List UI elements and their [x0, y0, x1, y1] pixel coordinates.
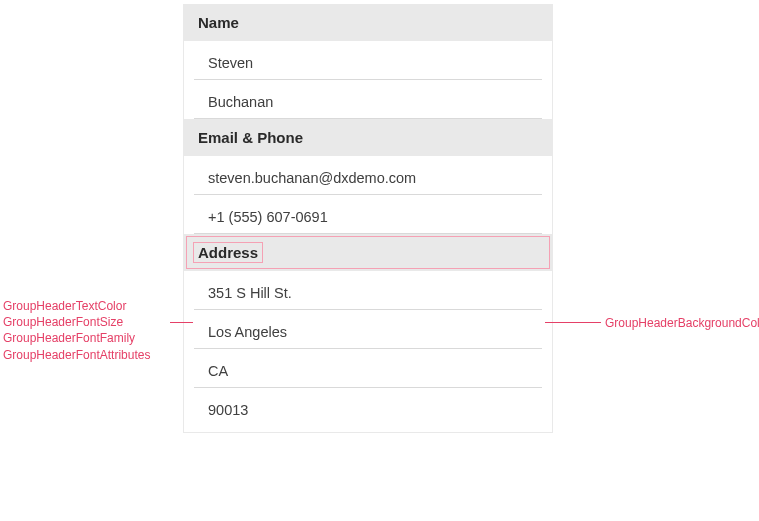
- group-header-name-label: Name: [198, 14, 239, 31]
- callout-font-size: GroupHeaderFontSize: [3, 314, 150, 330]
- address-state-row[interactable]: CA: [194, 349, 542, 388]
- name-first-row[interactable]: Steven: [194, 41, 542, 80]
- group-header-contact: Email & Phone: [184, 119, 552, 156]
- email-row[interactable]: steven.buchanan@dxdemo.com: [194, 156, 542, 195]
- group-header-address-label: Address: [193, 242, 263, 263]
- address-street-row[interactable]: 351 S Hill St.: [194, 271, 542, 310]
- group-header-contact-label: Email & Phone: [198, 129, 303, 146]
- callout-line-right: [545, 322, 601, 323]
- address-zip-row[interactable]: 90013: [194, 388, 542, 426]
- phone-row[interactable]: +1 (555) 607-0691: [194, 195, 542, 234]
- callout-background-color: GroupHeaderBackgroundColor: [605, 316, 759, 330]
- callout-font-family: GroupHeaderFontFamily: [3, 330, 150, 346]
- form-container: Name Steven Buchanan Email & Phone steve…: [183, 4, 553, 433]
- callout-line-left: [170, 322, 193, 323]
- callouts-left: GroupHeaderTextColor GroupHeaderFontSize…: [3, 298, 150, 363]
- address-city-row[interactable]: Los Angeles: [194, 310, 542, 349]
- callout-text-color: GroupHeaderTextColor: [3, 298, 150, 314]
- group-header-name: Name: [184, 4, 552, 41]
- name-last-row[interactable]: Buchanan: [194, 80, 542, 119]
- group-header-address: Address: [184, 234, 552, 271]
- callout-font-attributes: GroupHeaderFontAttributes: [3, 347, 150, 363]
